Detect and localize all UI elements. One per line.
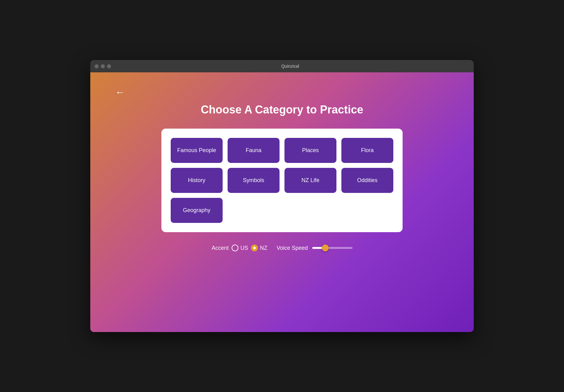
minimize-button[interactable] — [101, 64, 105, 68]
accent-nz-option[interactable]: NZ — [251, 245, 267, 251]
category-oddities[interactable]: Oddities — [341, 168, 393, 193]
accent-label: Accent — [212, 245, 229, 251]
category-flora[interactable]: Flora — [341, 138, 393, 163]
window-title: Quinzical — [111, 64, 469, 69]
accent-nz-label: NZ — [260, 245, 267, 251]
main-content: ← Choose A Category to Practice Famous P… — [90, 72, 474, 332]
voice-speed-label: Voice Speed — [276, 245, 308, 251]
accent-nz-radio[interactable] — [251, 245, 258, 251]
category-famous-people[interactable]: Famous People — [171, 138, 223, 163]
voice-speed-group: Voice Speed — [276, 245, 352, 251]
category-nz-life[interactable]: NZ Life — [284, 168, 336, 193]
back-button[interactable]: ← — [115, 87, 125, 97]
categories-grid: Famous People Fauna Places Flora History… — [171, 138, 393, 223]
slider-thumb[interactable] — [322, 245, 329, 251]
accent-group: Accent US NZ — [212, 245, 267, 251]
traffic-lights — [95, 64, 111, 68]
category-places[interactable]: Places — [284, 138, 336, 163]
accent-us-option[interactable]: US — [232, 245, 248, 251]
close-button[interactable] — [95, 64, 99, 68]
page-title: Choose A Category to Practice — [201, 103, 363, 116]
category-fauna[interactable]: Fauna — [228, 138, 280, 163]
maximize-button[interactable] — [107, 64, 111, 68]
accent-us-radio[interactable] — [232, 245, 238, 251]
category-history[interactable]: History — [171, 168, 223, 193]
category-geography[interactable]: Geography — [171, 198, 223, 223]
categories-panel: Famous People Fauna Places Flora History… — [161, 129, 403, 232]
app-window: Quinzical ← Choose A Category to Practic… — [90, 60, 474, 332]
titlebar: Quinzical — [90, 60, 474, 72]
bottom-controls: Accent US NZ Voice Speed — [212, 245, 352, 251]
category-symbols[interactable]: Symbols — [228, 168, 280, 193]
accent-us-label: US — [240, 245, 248, 251]
voice-speed-slider[interactable] — [312, 247, 352, 249]
